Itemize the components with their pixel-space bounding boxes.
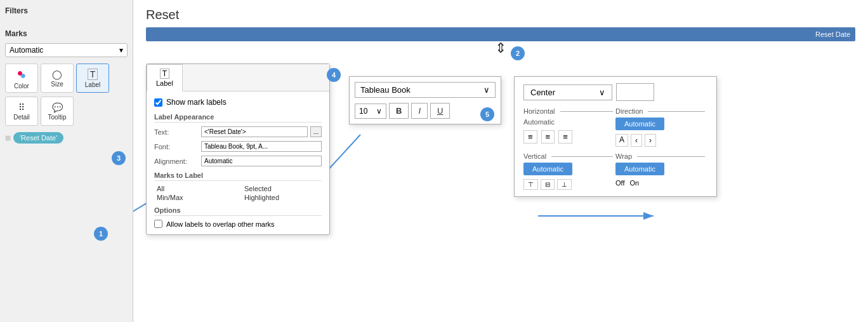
wrap-auto-button[interactable]: Automatic bbox=[615, 163, 664, 175]
step-2-number: 2 bbox=[511, 46, 525, 60]
step-3-number: 3 bbox=[112, 151, 126, 165]
label-icon: T bbox=[88, 69, 98, 80]
alignment-value: Automatic bbox=[204, 158, 232, 164]
font-value: Tableau Book, 9pt, A... bbox=[204, 143, 268, 150]
page-title: Reset bbox=[133, 0, 868, 27]
gantt-bar-label: Reset Date bbox=[815, 30, 850, 38]
marks-buttons-row: ●● Color ◯ Size T Label bbox=[5, 64, 128, 93]
pill-label: 'Reset Date' bbox=[20, 134, 57, 142]
font-field-label: Font: bbox=[154, 143, 199, 151]
options-section: Options Allow labels to overlap other ma… bbox=[154, 206, 322, 228]
step-5-number: 5 bbox=[480, 107, 494, 121]
marks-grid: All Selected Min/Max Highlighted bbox=[157, 185, 322, 201]
expand-icon[interactable]: ⊞ bbox=[5, 134, 11, 142]
dir-left-button[interactable]: ‹ bbox=[631, 134, 642, 147]
allow-overlap-checkbox[interactable] bbox=[154, 220, 162, 228]
text-value: <'Reset Date'> bbox=[204, 128, 246, 135]
h-divider bbox=[560, 111, 613, 112]
marks-dropdown-label: Automatic bbox=[10, 46, 43, 55]
resize-handle[interactable]: ⇕ bbox=[494, 41, 507, 58]
detail-icon: ⠿ bbox=[18, 102, 25, 112]
tooltip-label: Tooltip bbox=[48, 114, 67, 121]
font-panel: 4 Tableau Book ∨ 10 ∨ B I U bbox=[349, 76, 501, 124]
marks-btn2-row: ⠿ Detail 💬 Tooltip bbox=[5, 97, 128, 126]
wrap-on-label[interactable]: On bbox=[629, 179, 639, 187]
bold-button[interactable]: B bbox=[389, 103, 409, 119]
direction-auto-button[interactable]: Automatic bbox=[615, 117, 664, 130]
dir-right-button[interactable]: › bbox=[645, 134, 656, 147]
reset-date-pill[interactable]: 'Reset Date' bbox=[13, 132, 63, 144]
font-name-label: Tableau Book bbox=[360, 85, 411, 95]
svg-text:⇕: ⇕ bbox=[495, 41, 506, 56]
valign-bot-button[interactable]: ⊥ bbox=[557, 179, 572, 190]
direction-icons: A ‹ › bbox=[615, 134, 707, 147]
font-chevron-icon: ∨ bbox=[483, 85, 490, 95]
show-labels-text: Show mark labels bbox=[166, 98, 227, 107]
color-swatch bbox=[616, 83, 654, 101]
center-label: Center bbox=[530, 88, 555, 97]
vertical-col: Vertical Automatic ⊤ ⊟ ⊥ bbox=[523, 152, 615, 190]
options-row: Allow labels to overlap other marks bbox=[154, 220, 322, 228]
tooltip-button[interactable]: 💬 Tooltip bbox=[41, 97, 74, 126]
resize-icon: ⇕ bbox=[494, 41, 507, 57]
selected-option[interactable]: Selected bbox=[244, 185, 322, 192]
label-label: Label bbox=[85, 81, 100, 88]
step-4-number: 4 bbox=[327, 68, 341, 82]
text-ellipsis-button[interactable]: ... bbox=[310, 126, 322, 137]
align-right-button[interactable]: ≡ bbox=[558, 130, 572, 144]
vertical-auto-button[interactable]: Automatic bbox=[523, 163, 572, 175]
minmax-option[interactable]: Min/Max bbox=[157, 194, 234, 201]
gantt-bar-area: Reset Date ⇕ 2 bbox=[146, 27, 855, 46]
detail-button[interactable]: ⠿ Detail bbox=[5, 97, 38, 126]
valign-top-button[interactable]: ⊤ bbox=[523, 179, 538, 190]
wrap-col: Wrap Automatic Off On bbox=[615, 152, 707, 190]
step-1-bubble: 1 bbox=[94, 227, 108, 241]
vertical-header: Vertical bbox=[523, 152, 615, 160]
tab-label[interactable]: T Label bbox=[147, 64, 183, 91]
color-icon: ●● bbox=[17, 67, 26, 81]
direction-col: Direction Automatic A ‹ › bbox=[615, 107, 707, 149]
wrap-label: Wrap bbox=[615, 152, 632, 160]
color-button[interactable]: ●● Color bbox=[5, 64, 38, 93]
align-panel: 5 Center ∨ Horizontal Automatic ≡ bbox=[514, 76, 717, 197]
tab-label-text: Label bbox=[156, 79, 173, 87]
horizontal-label: Horizontal bbox=[523, 107, 555, 115]
main-area: Reset Reset Date ⇕ 2 T Label bbox=[133, 0, 868, 322]
color-label: Color bbox=[14, 83, 29, 90]
label-button[interactable]: T Label bbox=[76, 64, 109, 93]
direction-label: Direction bbox=[615, 107, 643, 115]
italic-button[interactable]: I bbox=[411, 103, 428, 119]
alignment-input[interactable]: Automatic bbox=[201, 156, 322, 166]
all-option[interactable]: All bbox=[157, 185, 234, 192]
highlighted-option[interactable]: Highlighted bbox=[244, 194, 322, 201]
h-auto-label: Automatic bbox=[523, 118, 555, 126]
font-size-value: 10 bbox=[359, 107, 367, 116]
v-align-icons: ⊤ ⊟ ⊥ bbox=[523, 179, 615, 190]
h-align-icons: ≡ ≡ ≡ bbox=[523, 130, 615, 144]
size-label: Size bbox=[51, 81, 63, 88]
font-size-input[interactable]: 10 ∨ bbox=[355, 104, 386, 119]
valign-mid-button[interactable]: ⊟ bbox=[541, 179, 555, 190]
chevron-down-icon: ▾ bbox=[119, 46, 123, 55]
h-d-section: Horizontal Automatic ≡ ≡ ≡ Direction bbox=[523, 107, 707, 149]
center-select[interactable]: Center ∨ bbox=[523, 84, 612, 100]
size-button[interactable]: ◯ Size bbox=[41, 64, 74, 93]
wrap-off-on: Off On bbox=[615, 179, 707, 187]
font-input[interactable]: Tableau Book, 9pt, A... bbox=[201, 141, 322, 152]
marks-title: Marks bbox=[5, 29, 128, 38]
label-dialog-panel: T Label Show mark labels Label Appearanc… bbox=[146, 64, 330, 235]
text-field-row: Text: <'Reset Date'> ... bbox=[154, 126, 322, 137]
text-input[interactable]: <'Reset Date'> bbox=[201, 126, 308, 137]
underline-button[interactable]: U bbox=[430, 103, 450, 119]
marks-dropdown[interactable]: Automatic ▾ bbox=[5, 43, 128, 57]
font-name-select[interactable]: Tableau Book ∨ bbox=[355, 82, 496, 98]
align-center-button[interactable]: ≡ bbox=[541, 130, 555, 144]
w-auto-row: Automatic bbox=[615, 163, 707, 175]
align-left-button[interactable]: ≡ bbox=[523, 130, 537, 144]
show-labels-checkbox[interactable] bbox=[154, 98, 162, 107]
v-w-section: Vertical Automatic ⊤ ⊟ ⊥ Wrap Au bbox=[523, 152, 707, 190]
d-auto-row: Automatic bbox=[615, 117, 707, 130]
direction-header: Direction bbox=[615, 107, 707, 115]
h-auto-row: Automatic bbox=[523, 117, 615, 126]
wrap-off-label[interactable]: Off bbox=[615, 179, 624, 187]
